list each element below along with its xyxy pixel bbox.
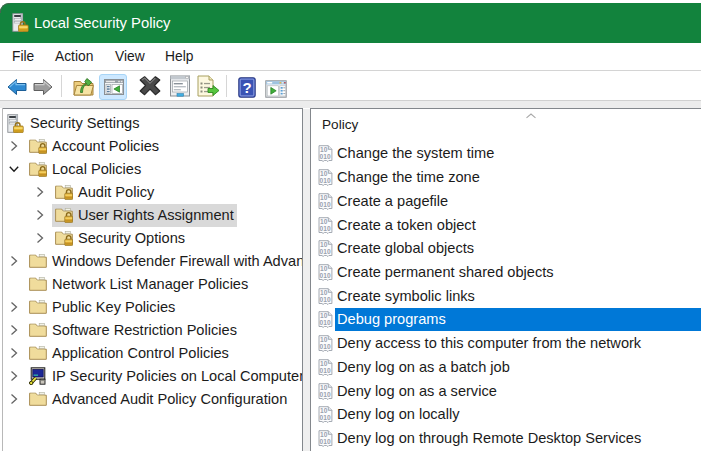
svg-text:010: 010 <box>320 153 331 160</box>
svg-text:010: 010 <box>320 225 331 232</box>
svg-text:010: 010 <box>320 272 331 279</box>
svg-text:010: 010 <box>320 296 331 303</box>
svg-text:010: 010 <box>320 391 331 398</box>
svg-text:010: 010 <box>320 201 331 208</box>
svg-text:010: 010 <box>320 177 331 184</box>
svg-text:010: 010 <box>320 438 331 445</box>
svg-text:010: 010 <box>320 414 331 421</box>
svg-text:010: 010 <box>320 343 331 350</box>
svg-text:010: 010 <box>320 248 331 255</box>
svg-text:?: ? <box>242 79 251 96</box>
svg-text:010: 010 <box>320 367 331 374</box>
svg-text:010: 010 <box>320 319 331 326</box>
